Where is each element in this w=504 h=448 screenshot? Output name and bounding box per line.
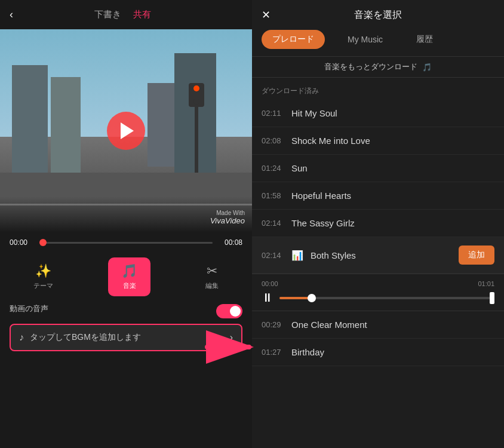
share-button[interactable]: 共有: [133, 9, 151, 20]
left-header: ‹ 下書き 共有: [0, 0, 252, 29]
progress-thumb[interactable]: [308, 294, 316, 302]
song-name-2: Sun: [291, 163, 494, 173]
music-item-birthday[interactable]: 01:27 Birthday: [252, 339, 504, 366]
song-name-6: One Clear Moment: [291, 320, 494, 330]
song-name-0: Hit My Soul: [291, 108, 494, 118]
song-duration-1: 02:08: [262, 136, 284, 145]
music-item-hopeful-hearts[interactable]: 01:58 Hopeful Hearts: [252, 182, 504, 210]
music-item-shock-me[interactable]: 02:08 Shock Me into Love: [252, 127, 504, 155]
play-triangle-icon: [121, 122, 134, 139]
play-button[interactable]: [107, 112, 145, 150]
timeline-track[interactable]: [39, 242, 213, 244]
song-name-4: The Sassy Girlz: [291, 218, 494, 228]
close-button[interactable]: ✕: [262, 8, 271, 22]
right-header: ✕ 音楽を選択: [252, 0, 504, 30]
tool-music[interactable]: 🎵 音楽: [108, 257, 150, 296]
audio-toggle[interactable]: [216, 304, 242, 318]
progress-track[interactable]: [279, 297, 494, 299]
timeline-dot: [39, 239, 47, 246]
tabs-row: プレロード My Music 履歴: [252, 30, 504, 56]
timeline-bar: 00:00 00:08: [0, 232, 252, 253]
music-list: 02:11 Hit My Soul 02:08 Shock Me into Lo…: [252, 100, 504, 448]
download-link[interactable]: 音楽をもっとダウンロード 🎵: [252, 56, 504, 78]
tool-edit[interactable]: ✂ 編集: [193, 260, 231, 294]
player-times: 00:00 01:01: [262, 280, 494, 287]
back-icon[interactable]: ‹: [10, 8, 13, 21]
song-duration-2: 01:24: [262, 164, 284, 173]
audio-label: 動画の音声: [10, 303, 48, 314]
song-name-3: Hopeful Hearts: [291, 191, 494, 201]
player-time-end: 01:01: [478, 280, 494, 287]
tool-theme[interactable]: ✨ テーマ: [21, 260, 65, 294]
music-item-sun[interactable]: 01:24 Sun: [252, 155, 504, 182]
music-note-icon: 🎵: [422, 63, 432, 72]
made-with-label: Made With: [210, 210, 245, 216]
chevron-right-icon: ›: [230, 332, 233, 343]
music-item-hit-my-soul[interactable]: 02:11 Hit My Soul: [252, 100, 504, 127]
song-duration-3: 01:58: [262, 191, 284, 200]
right-panel: ✕ 音楽を選択 プレロード My Music 履歴 音楽をもっとダウンロード 🎵…: [252, 0, 504, 448]
music-label: 音楽: [123, 281, 136, 290]
song-name-7: Birthday: [291, 347, 494, 357]
music-item-both-styles[interactable]: 02:14 📊 Both Styles 追加: [252, 237, 504, 274]
app-name-label: VivaVideo: [210, 216, 245, 225]
watermark: Made With VivaVideo: [210, 210, 245, 225]
toolbar: ✨ テーマ 🎵 音楽 ✂ 編集: [0, 253, 252, 299]
panel-title: 音楽を選択: [354, 9, 402, 22]
song-name-1: Shock Me into Love: [291, 136, 494, 146]
edit-icon: ✂: [207, 263, 217, 279]
bgm-add-bar[interactable]: ♪ タップしてBGMを追加します ›: [10, 324, 242, 351]
progress-right-thumb[interactable]: [490, 292, 494, 304]
time-start-label: 00:00: [10, 238, 33, 247]
edit-label: 編集: [205, 281, 219, 290]
song-duration-4: 02:14: [262, 219, 284, 228]
music-item-sassy-girlz[interactable]: 02:14 The Sassy Girlz: [252, 210, 504, 237]
bgm-placeholder: タップしてBGMを追加します: [30, 332, 141, 343]
song-name-5: Both Styles: [311, 250, 459, 260]
progress-fill: [279, 297, 312, 299]
section-downloaded-label: ダウンロード済み: [252, 82, 504, 100]
song-duration-7: 01:27: [262, 348, 284, 357]
draft-button[interactable]: 下書き: [94, 9, 121, 20]
time-end-label: 00:08: [219, 238, 242, 247]
song-duration-0: 02:11: [262, 109, 284, 118]
tab-preload[interactable]: プレロード: [262, 30, 325, 49]
player-bar: 00:00 01:01 ⏸: [252, 274, 504, 311]
download-text: 音楽をもっとダウンロード: [324, 62, 417, 72]
tab-history[interactable]: 履歴: [405, 30, 444, 49]
waveform-icon: 📊: [291, 250, 303, 261]
note-icon: ♪: [19, 332, 24, 343]
player-controls: ⏸: [262, 291, 494, 305]
tab-my-music[interactable]: My Music: [337, 30, 394, 48]
player-time-start: 00:00: [262, 280, 278, 287]
pause-button[interactable]: ⏸: [262, 291, 273, 305]
theme-icon: ✨: [35, 263, 51, 279]
music-icon: 🎵: [121, 263, 137, 279]
music-item-one-clear-moment[interactable]: 00:29 One Clear Moment: [252, 311, 504, 339]
song-duration-5: 02:14: [262, 251, 284, 260]
audio-section: 動画の音声 ♪ タップしてBGMを追加します ›: [0, 299, 252, 354]
left-panel: ‹ 下書き 共有: [0, 0, 252, 448]
song-duration-6: 00:29: [262, 320, 284, 329]
add-button[interactable]: 追加: [459, 246, 494, 265]
theme-label: テーマ: [33, 281, 53, 290]
video-container: Made With VivaVideo: [0, 29, 252, 232]
